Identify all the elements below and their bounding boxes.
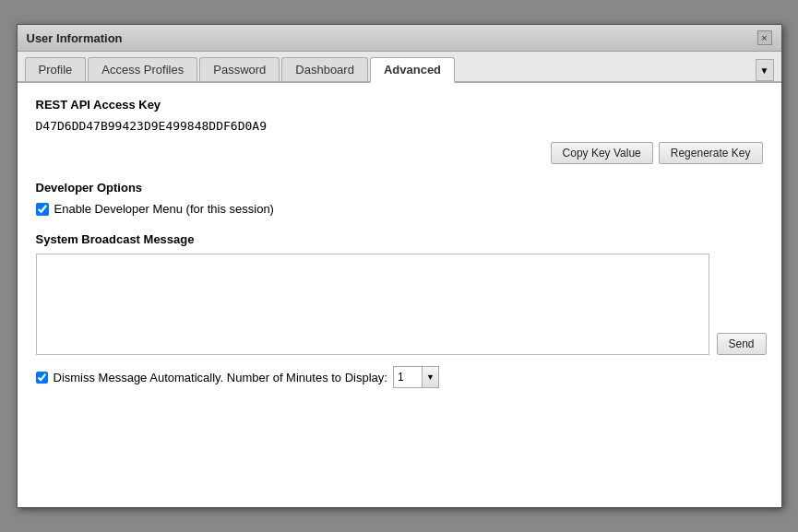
dialog-title: User Information [27, 31, 123, 45]
copy-key-button[interactable]: Copy Key Value [551, 142, 653, 164]
close-button[interactable]: × [757, 30, 772, 45]
chevron-down-icon: ▼ [426, 372, 435, 382]
developer-checkbox-row: Enable Developer Menu (for this session) [36, 202, 763, 216]
broadcast-section-title: System Broadcast Message [36, 232, 763, 246]
broadcast-textarea-wrap [36, 254, 709, 355]
api-key-value: D47D6DD47B99423D9E499848DDF6D0A9 [36, 119, 763, 133]
tab-advanced[interactable]: Advanced [370, 57, 455, 83]
dismiss-row: Dismiss Message Automatically. Number of… [36, 366, 763, 388]
user-info-dialog: User Information × Profile Access Profil… [17, 24, 782, 508]
tab-bar: Profile Access Profiles Password Dashboa… [18, 52, 781, 83]
key-buttons-row: Copy Key Value Regenerate Key [36, 142, 763, 164]
title-bar: User Information × [18, 25, 781, 52]
tab-dashboard[interactable]: Dashboard [281, 57, 368, 81]
minutes-input[interactable] [394, 369, 422, 385]
dismiss-checkbox[interactable] [36, 372, 48, 384]
minutes-dropdown-button[interactable]: ▼ [422, 367, 438, 387]
developer-section: Developer Options Enable Developer Menu … [36, 181, 763, 216]
broadcast-row: Send [36, 254, 763, 355]
tab-content-advanced: REST API Access Key D47D6DD47B99423D9E49… [18, 83, 781, 507]
tab-access-profiles[interactable]: Access Profiles [88, 57, 197, 81]
dismiss-checkbox-label[interactable]: Dismiss Message Automatically. Number of… [54, 371, 387, 384]
chevron-down-icon: ▼ [760, 65, 769, 76]
developer-checkbox-label[interactable]: Enable Developer Menu (for this session) [54, 202, 274, 216]
tab-overflow-button[interactable]: ▼ [756, 59, 774, 81]
regenerate-key-button[interactable]: Regenerate Key [659, 142, 763, 164]
developer-section-title: Developer Options [36, 181, 763, 195]
broadcast-section: System Broadcast Message Send [36, 232, 763, 355]
tab-profile[interactable]: Profile [25, 57, 87, 81]
send-btn-wrap: Send [709, 333, 767, 355]
minutes-select-wrap: ▼ [393, 366, 439, 388]
send-button[interactable]: Send [717, 333, 767, 355]
developer-checkbox[interactable] [36, 203, 49, 216]
tab-password[interactable]: Password [199, 57, 280, 81]
broadcast-textarea[interactable] [36, 254, 709, 355]
rest-api-section-title: REST API Access Key [36, 98, 763, 112]
